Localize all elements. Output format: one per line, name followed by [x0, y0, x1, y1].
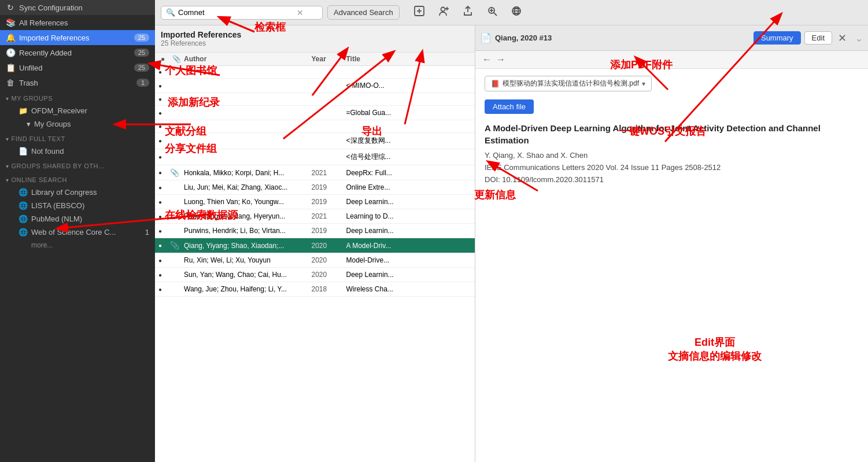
detail-tab-edit[interactable]: Edit [804, 31, 832, 45]
sidebar-item-unfiled[interactable]: 📋 Unfiled 25 [0, 60, 155, 75]
sidebar-item-recently-added[interactable]: 🕐 Recently Added 25 [0, 45, 155, 60]
col-title[interactable]: Title [344, 55, 472, 63]
not-found-icon: 📄 [19, 147, 28, 156]
recently-added-badge: 25 [134, 49, 149, 57]
table-row[interactable]: ● Wang, Jue; Zhou, Haifeng; Li, Y... 201… [155, 282, 475, 297]
table-row[interactable]: ● Sun, Yan; Wang, Chao; Cai, Hu... 2020 … [155, 268, 475, 282]
row-title: <信号处理综... [344, 152, 472, 162]
pdf-attach-row: 📕 模型驱动的算法实现信道估计和信号检测.pdf ▾ [485, 76, 859, 91]
row-year: 2020 [309, 242, 344, 250]
sidebar-item-sync[interactable]: ↻ Sync Configuration [0, 0, 155, 15]
sidebar-trash-label: Trash [19, 79, 136, 87]
sidebar-item-wos[interactable]: 🌐 Web of Science Core C... 1 [0, 226, 155, 239]
table-row[interactable]: ● [155, 93, 475, 106]
pdf-dropdown-icon[interactable]: ▾ [642, 80, 645, 88]
row-author: Sun, Yan; Wang, Chao; Cai, Hu... [182, 271, 309, 279]
col-attach: 📎 [170, 55, 182, 63]
online-search-header[interactable]: ▾ ONLINE SEARCH [0, 172, 155, 186]
col-year[interactable]: Year [309, 55, 344, 63]
row-author: Honkala, Mikko; Korpi, Dani; H... [182, 169, 309, 177]
sidebar-item-trash[interactable]: 🗑 Trash 1 [0, 75, 155, 90]
row-title: Deep Learnin... [344, 198, 472, 206]
my-groups-header[interactable]: ▾ MY GROUPS [0, 90, 155, 104]
groups-shared-header[interactable]: ▾ GROUPS SHARED BY OTH... [0, 158, 155, 172]
toolbar: 🔍 ✕ Advanced Search [155, 0, 868, 25]
search-icon: 🔍 [166, 8, 175, 17]
detail-body: 📕 模型驱动的算法实现信道估计和信号检测.pdf ▾ Attach file A… [475, 69, 868, 462]
row-dot: ● [158, 184, 170, 191]
find-full-text-label: FIND FULL TEXT [12, 135, 65, 142]
row-dot: ● [158, 199, 170, 205]
add-author-button[interactable] [434, 3, 453, 21]
add-record-button[interactable] [410, 3, 429, 21]
table-row[interactable]: ● Ru, Xin; Wei, Li; Xu, Youyun 2020 Mode… [155, 253, 475, 268]
table-row[interactable]: ● Luong, Thien Van; Ko, Youngw... 2019 D… [155, 195, 475, 209]
row-dot: ● [158, 96, 170, 102]
detail-ref-label: Qiang, 2020 #13 [495, 34, 750, 42]
row-title: A Model-Driv... [344, 242, 472, 250]
table-row[interactable]: ● < MIMO-O... [155, 79, 475, 93]
detail-collapse-icon[interactable]: ⌄ [855, 32, 863, 45]
groups-shared-chevron: ▾ [6, 163, 9, 169]
sidebar-item-pubmed[interactable]: 🌐 PubMed (NLM) [0, 212, 155, 226]
row-dot: ● [158, 242, 170, 249]
sidebar-all-refs-label: All References [19, 19, 149, 27]
sidebar-item-ofdm[interactable]: 📁 OFDM_Receiver [0, 104, 155, 117]
sync-icon: ↻ [6, 3, 15, 12]
pdf-filename-box[interactable]: 📕 模型驱动的算法实现信道估计和信号检测.pdf ▾ [485, 76, 652, 91]
sidebar-item-lista[interactable]: 🌐 LISTA (EBSCO) [0, 199, 155, 212]
row-author: Luong, Thien Van; Ko, Youngw... [182, 198, 309, 206]
share-button[interactable] [459, 3, 477, 21]
unfiled-badge: 25 [134, 64, 149, 72]
search-input[interactable] [178, 8, 294, 17]
toolbar-action-group [410, 3, 526, 21]
col-status: ● [158, 55, 170, 63]
table-row[interactable]: ● Liu, Jun; Mei, Kai; Zhang, Xiaoc... 20… [155, 180, 475, 195]
attach-file-button[interactable]: Attach file [485, 99, 534, 114]
detail-close-button[interactable]: ✕ [836, 31, 849, 46]
reference-list: Imported References 25 References ● 📎 Au… [155, 25, 475, 462]
table-row[interactable]: ● <信号处理综... [155, 149, 475, 165]
ref-table-body: ● ● < MIMO-O... ● ● =Global Gua... ● [155, 66, 475, 462]
find-full-text-button[interactable] [483, 3, 501, 21]
loc-icon: 🌐 [19, 188, 28, 197]
table-row[interactable]: ● =Global Gua... [155, 106, 475, 120]
row-title: =Global Gua... [344, 109, 472, 117]
sidebar-item-all-refs[interactable]: 📚 All References [0, 15, 155, 30]
row-author: Park, Sangwoo; Jang, Hyeryun... [182, 212, 309, 220]
row-title: Deep Learnin... [344, 227, 472, 235]
col-author[interactable]: Author [182, 55, 309, 63]
row-attachment: 📎 [170, 241, 182, 250]
detail-panel: 📄 Qiang, 2020 #13 Summary Edit ✕ ⌄ ← → 📕… [475, 25, 868, 462]
table-row[interactable]: ● [155, 120, 475, 133]
detail-header: 📄 Qiang, 2020 #13 Summary Edit ✕ ⌄ [475, 25, 868, 51]
detail-forward-button[interactable]: → [494, 53, 508, 66]
pdf-icon: 📕 [491, 80, 500, 88]
clear-search-icon[interactable]: ✕ [297, 8, 304, 17]
table-row[interactable]: ● 📎 Honkala, Mikko; Korpi, Dani; H... 20… [155, 165, 475, 180]
row-year: 2021 [309, 169, 344, 177]
row-dot: ● [158, 83, 170, 89]
table-row[interactable]: ● Park, Sangwoo; Jang, Hyeryun... 2021 L… [155, 209, 475, 224]
detail-back-button[interactable]: ← [480, 53, 494, 66]
table-row[interactable]: ● Purwins, Hendrik; Li, Bo; Virtan... 20… [155, 224, 475, 238]
row-author: Liu, Jun; Mei, Kai; Zhang, Xiaoc... [182, 183, 309, 191]
table-row[interactable]: ● [155, 66, 475, 79]
row-title: Deep Learnin... [344, 271, 472, 279]
row-author: Wang, Jue; Zhou, Haifeng; Li, Y... [182, 285, 309, 293]
sidebar-item-not-found[interactable]: 📄 Not found [0, 145, 155, 158]
table-row[interactable]: ● 📎 Qiang, Yiyang; Shao, Xiaodan;... 202… [155, 238, 475, 253]
row-dot: ● [158, 138, 170, 144]
table-row[interactable]: ● <深度复数网... [155, 133, 475, 149]
sidebar-item-imported[interactable]: 🔔 Imported References 25 [0, 30, 155, 45]
svg-point-3 [441, 8, 445, 12]
find-full-text-header[interactable]: ▾ FIND FULL TEXT [0, 131, 155, 145]
my-groups-chevron: ▾ [6, 95, 9, 102]
sidebar-item-more[interactable]: more... [0, 239, 155, 252]
online-search-button[interactable] [507, 3, 526, 21]
detail-tab-summary[interactable]: Summary [754, 31, 801, 45]
row-year: 2019 [309, 198, 344, 206]
sidebar-item-my-groups[interactable]: ▾ My Groups [0, 117, 155, 131]
advanced-search-button[interactable]: Advanced Search [327, 5, 400, 20]
sidebar-item-loc[interactable]: 🌐 Library of Congress [0, 186, 155, 199]
